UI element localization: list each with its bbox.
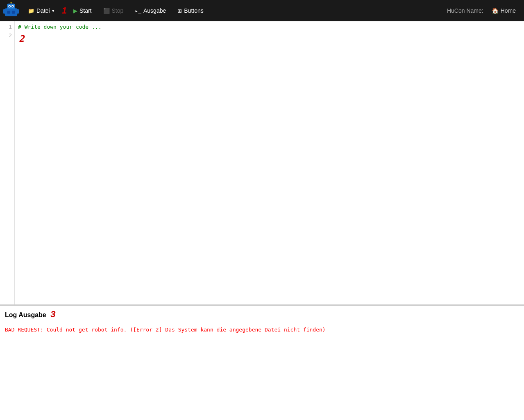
line-num-2: 2 — [2, 32, 12, 40]
toolbar: 📁 Datei ▾ 1 ▶ Start ⬛ Stop ▸_ Ausgabe ⊞ … — [0, 0, 524, 21]
stop-icon: ⬛ — [103, 8, 110, 14]
editor-wrapper: 1 2 # Write down your code ... 2 — [0, 21, 524, 304]
buttons-grid-icon: ⊞ — [177, 8, 182, 14]
stop-label: Stop — [112, 7, 124, 14]
editor-area: 1 2 # Write down your code ... 2 — [0, 21, 524, 305]
ausgabe-label: Ausgabe — [143, 7, 166, 14]
svg-rect-10 — [3, 9, 5, 14]
svg-point-4 — [9, 6, 10, 7]
home-label: Home — [501, 7, 516, 14]
chevron-down-icon: ▾ — [52, 8, 54, 14]
start-label: Start — [79, 7, 92, 14]
home-icon: 🏠 — [492, 7, 499, 14]
svg-point-5 — [12, 6, 13, 7]
file-icon: 📁 — [28, 8, 34, 14]
svg-rect-8 — [7, 11, 11, 14]
step1-badge: 1 — [62, 5, 67, 16]
file-label: Datei — [36, 7, 50, 14]
stop-button[interactable]: ⬛ Stop — [98, 5, 129, 16]
toolbar-right: HuCon Name: 🏠 Home — [447, 5, 521, 16]
ausgabe-icon: ▸_ — [135, 8, 141, 14]
log-error-text: BAD REQUEST: Could not get robot info. (… — [5, 327, 326, 333]
svg-rect-0 — [5, 8, 17, 16]
code-comment-line1: # Write down your code ... — [18, 24, 102, 30]
log-content: BAD REQUEST: Could not get robot info. (… — [0, 323, 524, 420]
buttons-label: Buttons — [184, 7, 203, 14]
svg-point-7 — [11, 2, 12, 3]
step3-badge: 3 — [50, 309, 55, 319]
code-line-1: # Write down your code ... — [18, 23, 521, 32]
line-numbers: 1 2 — [0, 21, 15, 304]
log-area: Log Ausgabe 3 BAD REQUEST: Could not get… — [0, 305, 524, 420]
app-logo — [3, 2, 19, 19]
line-num-1: 1 — [2, 23, 12, 32]
home-button[interactable]: 🏠 Home — [487, 5, 521, 16]
main-content: 1 2 # Write down your code ... 2 Log Aus… — [0, 21, 524, 420]
code-content[interactable]: # Write down your code ... 2 — [15, 21, 524, 304]
hucon-name-label: HuCon Name: — [447, 7, 483, 14]
start-icon: ▶ — [73, 8, 77, 14]
buttons-button[interactable]: ⊞ Buttons — [172, 5, 208, 16]
ausgabe-button[interactable]: ▸_ Ausgabe — [130, 5, 171, 16]
svg-rect-11 — [17, 9, 19, 14]
log-header: Log Ausgabe 3 — [0, 306, 524, 323]
log-title: Log Ausgabe — [5, 311, 46, 318]
file-menu-button[interactable]: 📁 Datei ▾ — [23, 5, 59, 16]
step2-badge: 2 — [19, 34, 24, 44]
code-line-2: 2 — [18, 32, 521, 46]
svg-rect-9 — [12, 11, 15, 14]
start-button[interactable]: ▶ Start — [68, 5, 97, 16]
